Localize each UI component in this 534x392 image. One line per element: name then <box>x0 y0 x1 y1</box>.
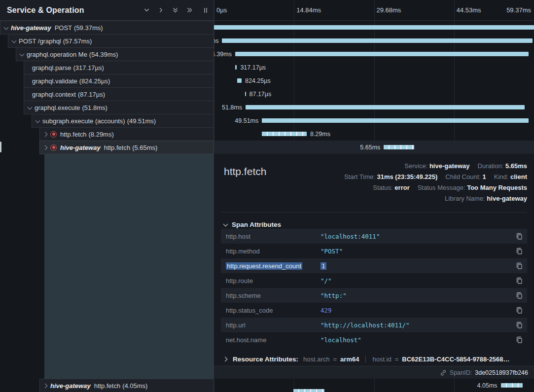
chevron-right-icon[interactable] <box>42 144 49 151</box>
span-attributes-table: http.host"localhost:4011"http.method"POS… <box>221 229 527 347</box>
meta-label: Status Message: <box>418 184 465 191</box>
attribute-key-cell: http.scheme <box>226 292 320 299</box>
span-duration: (5.65ms) <box>132 144 157 151</box>
service-name: hive-gateway <box>60 144 101 151</box>
span-tree-row[interactable]: graphql.operation Me(54.39ms) <box>16 47 214 61</box>
copy-icon[interactable] <box>513 306 523 314</box>
timeline-row: 4.05ms <box>214 379 534 392</box>
chevron-down-icon[interactable] <box>26 104 34 111</box>
copy-icon[interactable] <box>513 232 523 240</box>
chevron-right-icon[interactable] <box>42 131 49 138</box>
span-meta-line: Status: errorStatus Message: Too Many Re… <box>344 182 527 193</box>
attribute-row[interactable]: net.host.name"localhost" <box>221 332 527 347</box>
copy-icon[interactable] <box>513 277 523 285</box>
meta-label: Kind: <box>494 173 509 180</box>
attribute-row[interactable]: http.request.resend_count1 <box>221 258 527 273</box>
resize-handle-icon[interactable] <box>202 6 210 14</box>
span-bar[interactable] <box>245 92 246 96</box>
span-duration: (824.25µs) <box>79 77 110 85</box>
copy-icon[interactable] <box>513 291 523 299</box>
span-bar[interactable] <box>222 38 532 43</box>
resource-attributes-row[interactable]: Resource Attributes: host.arch = arm64 h… <box>222 353 527 365</box>
span-bar[interactable] <box>237 78 242 83</box>
copy-icon[interactable] <box>513 262 523 270</box>
span-bar[interactable] <box>246 105 525 109</box>
timeline-row: 87.17µs <box>214 87 534 101</box>
chevron-down-icon[interactable] <box>34 117 41 125</box>
double-chevron-down-icon[interactable] <box>171 6 179 14</box>
timeline-row: 54.39ms <box>214 47 534 61</box>
timeline-row: 824.25µs <box>214 74 534 87</box>
resource-attr-value: arm64 <box>340 356 359 363</box>
tick-label: 14.84ms <box>296 6 321 14</box>
attribute-row[interactable]: http.host"localhost:4011" <box>221 229 527 244</box>
duration-label: 4.05ms <box>477 382 498 389</box>
attribute-value: "POST" <box>320 248 343 255</box>
span-tree-row[interactable]: hive-gatewayhttp.fetch(5.65ms) <box>39 141 214 154</box>
tick-label: 59.37ms <box>506 6 531 14</box>
span-duration: (87.17µs) <box>78 91 105 98</box>
span-bar[interactable] <box>501 383 523 388</box>
span-tree-row[interactable]: graphql.validate(824.25µs) <box>24 74 214 88</box>
chevron-right-icon <box>222 356 229 363</box>
meta-value: 5.65ms <box>505 162 527 170</box>
timeline-ruler: 0µs14.84ms29.68ms44.53ms59.37ms <box>214 0 534 21</box>
meta-label: Duration: <box>478 162 504 170</box>
duration-label: 57.57ms <box>214 37 218 44</box>
span-bar[interactable] <box>384 145 414 149</box>
span-tree-row[interactable]: graphql.context(87.17µs) <box>24 87 214 101</box>
chevron-spacer <box>26 77 31 85</box>
attribute-value: "/" <box>320 277 332 285</box>
span-name: graphql.validate <box>32 77 77 85</box>
resource-attr-value: BC62E13B-C4CC-5854-9788-2568… <box>402 356 509 363</box>
chevron-right-icon[interactable] <box>157 6 165 14</box>
panel-title: Service & Operation <box>7 6 142 15</box>
span-tree-row[interactable]: http.fetch(8.29ms) <box>39 127 214 141</box>
chevron-down-icon[interactable] <box>18 51 26 58</box>
duration-label: 51.8ms <box>222 104 242 111</box>
span-duration: (57.57ms) <box>63 37 92 45</box>
span-tree-row[interactable]: POST /graphql(57.57ms) <box>8 34 214 48</box>
attribute-row[interactable]: http.method"POST" <box>221 244 527 258</box>
span-tree-row[interactable]: hive-gatewayPOST(59.37ms) <box>0 21 214 35</box>
double-chevron-right-icon[interactable] <box>185 6 193 14</box>
span-name: subgraph.execute (accounts) <box>42 117 125 125</box>
chevron-down-icon[interactable] <box>2 24 10 32</box>
span-duration: (4.05ms) <box>122 382 147 390</box>
duration-label: 5.65ms <box>360 144 380 151</box>
meta-value: hive-gateway <box>487 195 527 202</box>
attribute-value-cell: "http:" <box>320 292 513 299</box>
span-attributes-header[interactable]: Span Attributes <box>222 221 281 228</box>
chevron-down-icon[interactable] <box>142 6 150 14</box>
chevron-down-icon[interactable] <box>10 37 18 45</box>
attribute-row[interactable]: http.url"http://localhost:4011/" <box>221 318 527 332</box>
span-bar[interactable] <box>262 132 307 136</box>
span-tree-row[interactable]: subgraph.execute (accounts)(49.51ms) <box>32 114 214 128</box>
error-icon <box>50 131 57 138</box>
service-name: hive-gateway <box>50 382 91 390</box>
span-tree-row[interactable]: hive-gatewayhttp.fetch(4.05ms) <box>39 379 214 392</box>
copy-icon[interactable] <box>513 336 523 344</box>
span-tree-row[interactable]: graphql.execute(51.8ms) <box>24 101 214 114</box>
chevron-right-icon[interactable] <box>42 382 49 390</box>
attribute-value-cell: 1 <box>320 262 513 270</box>
tick-label: 0µs <box>216 6 227 14</box>
copy-icon[interactable] <box>513 247 523 255</box>
span-bar[interactable] <box>262 118 529 123</box>
tick-label: 44.53ms <box>457 6 481 14</box>
span-bar[interactable] <box>235 65 237 70</box>
link-icon[interactable] <box>440 369 447 376</box>
attribute-row[interactable]: http.scheme"http:" <box>221 288 527 303</box>
span-duration: (54.39ms) <box>89 51 118 58</box>
copy-icon[interactable] <box>513 321 523 329</box>
attribute-key-cell: http.status_code <box>226 307 320 314</box>
span-name: graphql.operation Me <box>27 51 87 58</box>
attribute-row[interactable]: http.route"/" <box>221 273 527 288</box>
duration-label: 824.25µs <box>245 77 271 84</box>
span-title: http.fetch <box>224 166 266 178</box>
span-bar[interactable] <box>235 52 529 56</box>
span-bar[interactable] <box>214 25 534 30</box>
resource-attr-key: host.arch <box>303 356 329 363</box>
span-tree-row[interactable]: graphql.parse(317.17µs) <box>24 61 214 74</box>
attribute-row[interactable]: http.status_code429 <box>221 303 527 318</box>
